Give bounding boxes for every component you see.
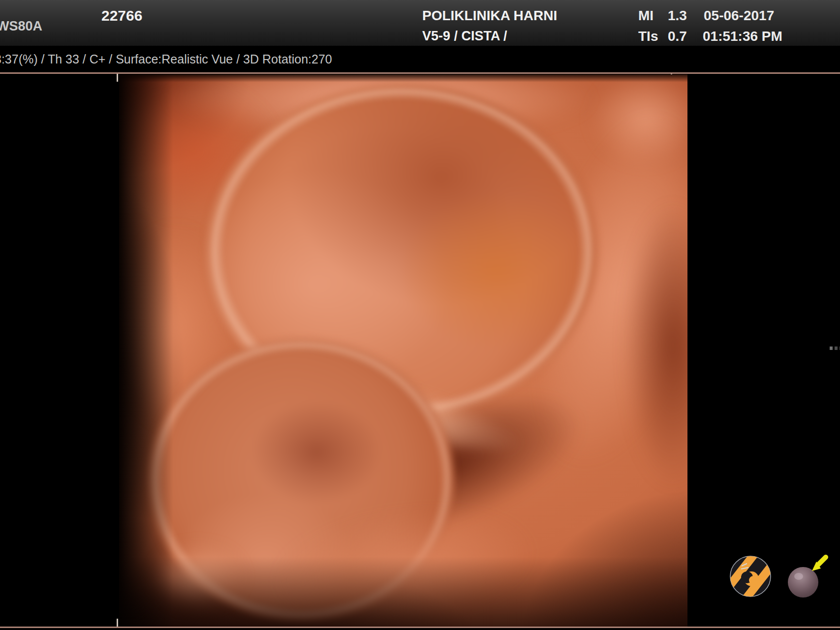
ruler-tick xyxy=(117,74,118,82)
left-shadow xyxy=(119,74,173,627)
mi-value: 1.3 xyxy=(668,8,687,24)
tis-value: 0.7 xyxy=(668,29,687,44)
3d-orientation-sphere-icon xyxy=(785,550,831,599)
probe-exam-label: V5-9 / CISTA / xyxy=(422,29,507,44)
image-border-line-top xyxy=(0,72,840,74)
render-settings-text: 3:37(%) / Th 33 / C+ / Surface:Realistic… xyxy=(0,52,332,66)
ultrasound-screen: WS80A 22766 POLIKLINIKA HARNI V5-9 / CIS… xyxy=(0,0,840,630)
exam-time: 01:51:36 PM xyxy=(703,29,782,44)
tis-label: TIs xyxy=(638,29,668,44)
yellow-arrow-icon xyxy=(812,557,826,571)
device-model: WS80A xyxy=(0,19,46,34)
bottom-shadow xyxy=(119,557,687,627)
mi-label: MI xyxy=(638,8,668,24)
harni-clinic-logo-icon xyxy=(729,555,772,598)
mi-index: MI 1.3 xyxy=(638,8,687,24)
edge-marker-dots xyxy=(830,346,840,350)
orientation-sphere xyxy=(788,567,818,598)
top-shadow xyxy=(119,74,687,82)
patient-id: 22766 xyxy=(101,7,142,24)
clinic-name: POLIKLINIKA HARNI xyxy=(422,8,557,24)
exam-date: 05-06-2017 xyxy=(704,8,774,24)
render-settings-bar: 3:37(%) / Th 33 / C+ / Surface:Realistic… xyxy=(0,46,840,72)
header-bar: WS80A 22766 POLIKLINIKA HARNI V5-9 / CIS… xyxy=(0,0,840,46)
image-border-line-bottom xyxy=(0,627,840,628)
ruler-tick xyxy=(117,619,118,627)
ultrasound-3d-render[interactable] xyxy=(119,74,687,627)
tis-index: TIs 0.7 xyxy=(638,29,687,44)
